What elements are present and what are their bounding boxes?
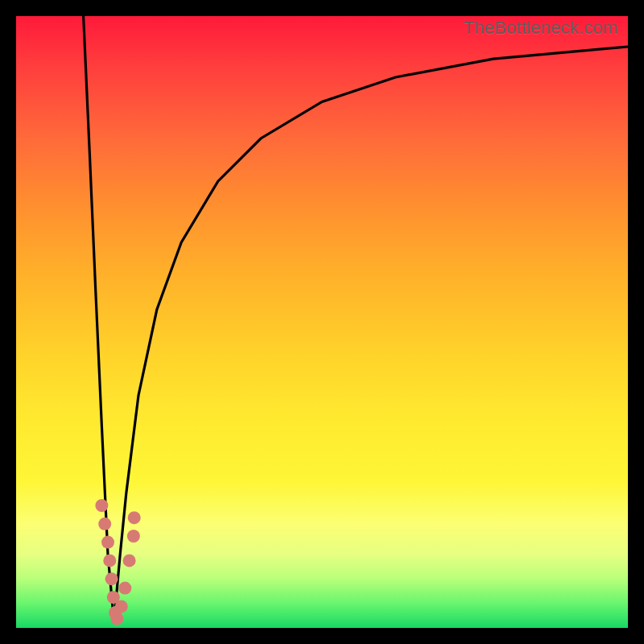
chart-frame: TheBottleneck.com [0,0,644,644]
right-branch-curve [114,47,628,621]
marker-dot [98,518,111,530]
marker-dot [101,536,114,549]
marker-dot [115,600,128,613]
marker-dot [95,499,108,512]
marker-dot [103,554,116,567]
marker-dot [128,511,141,524]
marker-cluster [95,499,140,625]
marker-dot [123,554,136,567]
marker-dot [118,582,131,595]
plot-area: TheBottleneck.com [16,16,628,628]
curve-layer [16,16,628,628]
marker-dot [105,572,118,585]
left-branch-curve [84,16,114,621]
marker-dot [127,530,140,543]
marker-dot [110,613,123,625]
